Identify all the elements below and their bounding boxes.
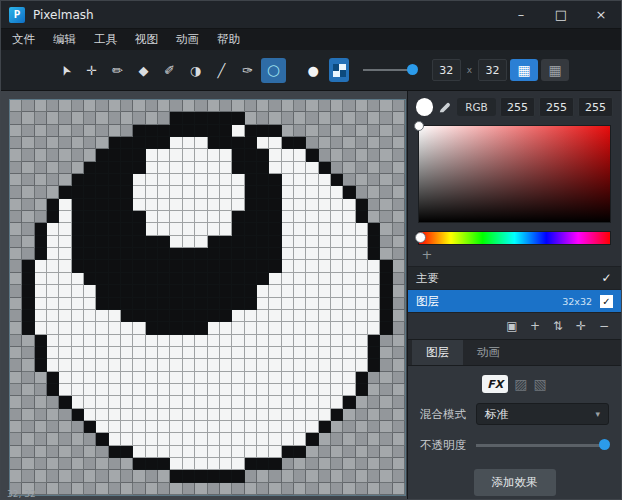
pixel-cell[interactable] (220, 335, 232, 347)
pixel-cell[interactable] (84, 409, 96, 421)
pixel-cell[interactable] (84, 458, 96, 470)
pixel-cell[interactable] (257, 335, 269, 347)
pixel-cell[interactable] (356, 396, 368, 408)
tab-图层[interactable]: 图层 (412, 340, 463, 365)
pixel-cell[interactable] (245, 335, 257, 347)
pixel-cell[interactable] (59, 174, 71, 186)
pixel-cell[interactable] (22, 396, 34, 408)
pixel-cell[interactable] (269, 483, 281, 495)
pixel-cell[interactable] (109, 186, 121, 198)
pixel-cell[interactable] (257, 100, 269, 112)
pixel-cell[interactable] (96, 470, 108, 482)
pixel-cell[interactable] (146, 433, 158, 445)
pixel-cell[interactable] (220, 483, 232, 495)
pixel-cell[interactable] (121, 458, 133, 470)
pixel-cell[interactable] (35, 396, 47, 408)
pixel-cell[interactable] (72, 335, 84, 347)
pixel-cell[interactable] (380, 347, 392, 359)
pixel-cell[interactable] (10, 100, 22, 112)
pixel-cell[interactable] (220, 149, 232, 161)
pixel-cell[interactable] (133, 322, 145, 334)
pixel-cell[interactable] (109, 162, 121, 174)
pixel-cell[interactable] (170, 186, 182, 198)
pixel-cell[interactable] (356, 446, 368, 458)
brush-size-thumb[interactable] (407, 64, 418, 75)
pixel-cell[interactable] (208, 260, 220, 272)
pixel-cell[interactable] (319, 260, 331, 272)
pixel-cell[interactable] (368, 199, 380, 211)
pixel-cell[interactable] (257, 125, 269, 137)
pixel-cell[interactable] (331, 458, 343, 470)
pixel-cell[interactable] (109, 359, 121, 371)
pixel-cell[interactable] (170, 322, 182, 334)
tool-line[interactable]: ╱ (209, 58, 234, 83)
pixel-cell[interactable] (47, 335, 59, 347)
pixel-cell[interactable] (220, 322, 232, 334)
pixel-cell[interactable] (84, 211, 96, 223)
pixel-cell[interactable] (59, 162, 71, 174)
pixel-cell[interactable] (146, 470, 158, 482)
pixel-cell[interactable] (319, 223, 331, 235)
pixel-cell[interactable] (22, 446, 34, 458)
pixel-cell[interactable] (84, 372, 96, 384)
pixel-cell[interactable] (245, 223, 257, 235)
pixel-cell[interactable] (146, 174, 158, 186)
pixel-cell[interactable] (208, 137, 220, 149)
pixel-cell[interactable] (331, 100, 343, 112)
brush-shape-button[interactable]: ● (303, 58, 323, 82)
pixel-cell[interactable] (319, 100, 331, 112)
pixel-cell[interactable] (183, 125, 195, 137)
pixel-cell[interactable] (59, 322, 71, 334)
pixel-cell[interactable] (245, 298, 257, 310)
pixel-cell[interactable] (170, 162, 182, 174)
pixel-cell[interactable] (59, 260, 71, 272)
pixel-cell[interactable] (393, 162, 405, 174)
pixel-cell[interactable] (306, 285, 318, 297)
pixel-cell[interactable] (47, 236, 59, 248)
pixel-cell[interactable] (96, 273, 108, 285)
pixel-cell[interactable] (183, 359, 195, 371)
pixel-cell[interactable] (245, 483, 257, 495)
pixel-cell[interactable] (282, 211, 294, 223)
pixel-cell[interactable] (393, 211, 405, 223)
pixel-cell[interactable] (59, 149, 71, 161)
pixel-cell[interactable] (331, 421, 343, 433)
pixel-cell[interactable] (245, 310, 257, 322)
pixel-cell[interactable] (257, 260, 269, 272)
pixel-cell[interactable] (35, 458, 47, 470)
pixel-cell[interactable] (269, 211, 281, 223)
pixel-cell[interactable] (72, 260, 84, 272)
pixel-cell[interactable] (158, 483, 170, 495)
reorder-layer-button[interactable]: ⇅ (551, 319, 565, 333)
pixel-cell[interactable] (232, 470, 244, 482)
pixel-cell[interactable] (257, 483, 269, 495)
pixel-cell[interactable] (343, 285, 355, 297)
pixel-cell[interactable] (84, 100, 96, 112)
pixel-cell[interactable] (170, 149, 182, 161)
pixel-cell[interactable] (84, 162, 96, 174)
tool-ellipse[interactable]: ○ (261, 58, 286, 83)
pixel-cell[interactable] (170, 260, 182, 272)
pixel-cell[interactable] (269, 248, 281, 260)
pixel-cell[interactable] (257, 174, 269, 186)
pixel-cell[interactable] (356, 335, 368, 347)
pixel-cell[interactable] (380, 310, 392, 322)
pixel-cell[interactable] (133, 100, 145, 112)
pixel-cell[interactable] (331, 211, 343, 223)
pixel-cell[interactable] (59, 236, 71, 248)
pixel-cell[interactable] (10, 298, 22, 310)
pixel-cell[interactable] (319, 125, 331, 137)
pixel-cell[interactable] (306, 248, 318, 260)
pixel-cell[interactable] (35, 125, 47, 137)
pixel-cell[interactable] (183, 100, 195, 112)
layer-visibility-checkbox[interactable]: ✓ (600, 272, 613, 285)
pixel-cell[interactable] (269, 236, 281, 248)
pixel-cell[interactable] (306, 483, 318, 495)
pixel-cell[interactable] (282, 285, 294, 297)
pixel-cell[interactable] (47, 149, 59, 161)
pixel-cell[interactable] (319, 298, 331, 310)
pixel-cell[interactable] (47, 396, 59, 408)
pixel-cell[interactable] (22, 149, 34, 161)
pixel-cell[interactable] (343, 298, 355, 310)
pixel-cell[interactable] (59, 372, 71, 384)
